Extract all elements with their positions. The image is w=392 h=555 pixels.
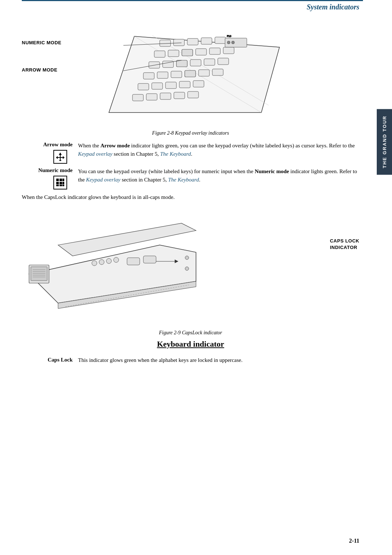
svg-rect-49 (62, 182, 64, 184)
svg-rect-21 (171, 71, 182, 78)
svg-rect-16 (190, 60, 201, 66)
svg-point-36 (227, 41, 230, 44)
svg-rect-48 (62, 179, 64, 181)
svg-rect-11 (209, 48, 220, 54)
svg-rect-46 (56, 185, 59, 186)
svg-point-61 (114, 257, 119, 262)
numeric-mode-label: Numeric Mode (22, 40, 61, 45)
svg-marker-41 (56, 152, 65, 161)
capslock-figure: Caps Lock Indicator Figure 2-9 CapsLock … (22, 209, 359, 332)
svg-rect-18 (218, 58, 229, 65)
capslock-sketch-svg (22, 209, 211, 325)
svg-rect-10 (196, 49, 207, 55)
svg-point-64 (185, 256, 189, 260)
caps-lock-label-line1: Caps Lock (330, 238, 359, 244)
svg-rect-30 (132, 94, 143, 101)
arrow-mode-icon-container (22, 150, 73, 164)
svg-rect-6 (215, 37, 226, 44)
numeric-mode-section: Numeric mode (22, 167, 359, 189)
svg-rect-31 (146, 94, 157, 100)
svg-rect-63 (143, 256, 156, 263)
svg-rect-43 (60, 179, 62, 181)
svg-point-58 (92, 261, 97, 266)
svg-rect-25 (138, 83, 149, 90)
arrow-mode-bold: Arrow mode (101, 143, 130, 148)
keypad-figure-caption: Figure 2-8 Keypad overlay indicators (152, 130, 229, 136)
the-keyboard-link1[interactable]: The Keyboard (160, 151, 191, 157)
svg-rect-24 (212, 69, 223, 76)
numeric-mode-left: Numeric mode (22, 167, 78, 189)
caps-lock-row: Caps Lock This indicator glows green whe… (22, 356, 359, 364)
keypad-overlay-link2[interactable]: Keypad overlay (86, 177, 121, 183)
svg-rect-2 (160, 40, 171, 46)
svg-rect-20 (157, 72, 168, 78)
svg-rect-23 (199, 70, 209, 76)
svg-point-37 (232, 41, 234, 44)
svg-rect-50 (62, 185, 64, 186)
svg-text:F10: F10 (227, 35, 231, 37)
keyboard-indicator-heading: Keyboard indicator (22, 339, 359, 349)
svg-rect-13 (149, 62, 160, 68)
svg-rect-47 (60, 185, 62, 186)
arrow-mode-section: Arrow mode When the Arrow mode indicator… (22, 142, 359, 164)
arrow-cross-svg (55, 152, 65, 162)
svg-rect-22 (185, 70, 196, 77)
svg-rect-17 (204, 59, 215, 65)
keypad-overlay-link1[interactable]: Keypad overlay (78, 151, 113, 157)
svg-rect-28 (179, 81, 190, 88)
numeric-mode-bold: Numeric mode (255, 168, 289, 174)
arrow-mode-text: When the Arrow mode indicator lights gre… (78, 142, 359, 164)
grid-svg (56, 178, 65, 187)
svg-rect-12 (223, 47, 234, 54)
caps-lock-text: This indicator glows green when the alph… (78, 356, 359, 364)
svg-rect-62 (127, 258, 140, 265)
caps-lock-label-col: Caps Lock (22, 356, 78, 364)
main-content: Numeric Mode Arrow Mode (22, 11, 359, 368)
caps-lock-label: Caps Lock (48, 357, 73, 363)
svg-rect-8 (168, 50, 179, 57)
svg-rect-7 (154, 51, 165, 57)
svg-rect-32 (160, 93, 171, 99)
svg-rect-29 (193, 81, 204, 87)
svg-rect-45 (60, 182, 62, 184)
keypad-labels: Numeric Mode Arrow Mode (22, 40, 61, 94)
the-keyboard-link2[interactable]: The Keyboard (168, 177, 199, 183)
svg-point-65 (185, 267, 189, 270)
arrow-mode-icon (53, 150, 67, 164)
svg-rect-15 (176, 60, 187, 67)
side-tab-text: The Grand Tour (382, 115, 387, 168)
svg-rect-33 (174, 92, 185, 99)
header-title: System indicators (307, 3, 359, 11)
numeric-mode-text: You can use the keypad overlay (white la… (78, 167, 359, 189)
page-header: System indicators (307, 3, 359, 11)
side-tab: The Grand Tour (377, 109, 392, 175)
numeric-mode-icon-container (22, 176, 73, 189)
svg-rect-26 (152, 83, 163, 89)
svg-rect-5 (201, 38, 212, 44)
capslock-para: When the CapsLock indicator glows the ke… (22, 193, 359, 201)
svg-rect-34 (188, 91, 199, 98)
page-container: System indicators The Grand Tour Numeric… (0, 0, 392, 555)
svg-rect-19 (143, 73, 154, 79)
svg-rect-52 (31, 267, 47, 281)
svg-point-60 (106, 258, 111, 264)
svg-rect-27 (166, 82, 176, 89)
svg-rect-44 (56, 182, 59, 184)
capslock-label-box: Caps Lock Indicator (330, 238, 359, 251)
keypad-sketch-svg: F10 (87, 18, 290, 127)
svg-rect-3 (173, 39, 184, 46)
svg-rect-42 (56, 179, 59, 181)
arrow-mode-label: Arrow Mode (22, 67, 61, 73)
caps-lock-label-line2: Indicator (330, 244, 359, 251)
arrow-mode-label-text: Arrow mode (22, 142, 73, 148)
svg-point-59 (99, 260, 104, 265)
capslock-figure-caption: Figure 2-9 CapsLock indicator (159, 330, 222, 335)
arrow-mode-left: Arrow mode (22, 142, 78, 164)
svg-rect-4 (187, 38, 198, 45)
numeric-mode-icon (53, 176, 67, 189)
keypad-figure: Numeric Mode Arrow Mode (22, 18, 359, 131)
svg-rect-9 (182, 49, 193, 56)
top-rule (22, 0, 363, 1)
page-number: 2-11 (349, 538, 359, 544)
numeric-mode-label-text: Numeric mode (22, 167, 73, 174)
